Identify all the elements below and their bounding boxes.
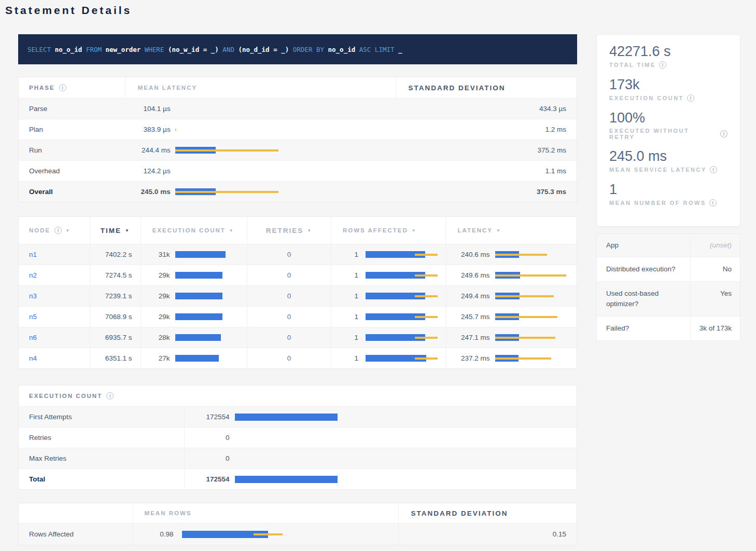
node-link[interactable]: n6: [29, 334, 37, 341]
rows-stddev-line: [415, 295, 438, 297]
latency-value: 240.6 ms: [446, 251, 490, 258]
table-row: Parse 104.1 µs 434.3 µs: [19, 98, 577, 119]
mean-service-latency-label: Mean Service Latency: [609, 167, 707, 173]
node-table-header: Node Time Execution Count Retries: [19, 217, 577, 244]
phase-latency-table: Phase Mean Latency Standard Deviation Pa…: [18, 77, 577, 202]
phase-column-header: Phase: [19, 77, 125, 98]
time-value: 7402.2 s: [90, 244, 141, 265]
execution-count-bar: [175, 293, 222, 299]
table-row: Retries 0: [19, 427, 577, 448]
table-row: Max Retries 0: [19, 448, 577, 469]
std-dev-value: 375.2 ms: [396, 140, 577, 160]
latency-value: 245.7 ms: [446, 313, 490, 321]
sort-arrow-icon[interactable]: [229, 228, 234, 233]
node-link[interactable]: n3: [29, 292, 37, 300]
std-dev-header-label: Standard Deviation: [409, 84, 506, 92]
rows-affected-table: Mean Rows Standard Deviation Rows Affect…: [18, 503, 577, 545]
info-icon[interactable]: [106, 392, 114, 400]
info-icon[interactable]: [720, 130, 727, 137]
info-icon[interactable]: [710, 166, 717, 173]
sql-token: (no_w_id = _): [164, 46, 222, 53]
execution-count-value: 31k: [141, 251, 170, 258]
sort-arrow-icon[interactable]: [307, 228, 312, 233]
sort-arrow-icon[interactable]: [65, 228, 71, 233]
app-value: (unset): [691, 234, 740, 257]
execution-count-bar: [175, 334, 221, 341]
page-title: Statement Details: [5, 4, 132, 17]
failed-label: Failed?: [597, 316, 691, 340]
info-icon[interactable]: [709, 199, 717, 206]
rows-affected-value: 1: [331, 251, 358, 258]
rows-affected-header-label: Rows Affected: [343, 227, 408, 233]
execution-count-column-header[interactable]: Execution Count: [141, 217, 247, 244]
sql-token: SELECT: [27, 46, 51, 53]
node-link[interactable]: n1: [29, 251, 37, 258]
retries-column-header[interactable]: Retries: [247, 217, 331, 244]
exec-row-label: Max Retries: [19, 448, 184, 469]
sql-token: no_o_id: [51, 46, 86, 53]
node-column-header[interactable]: Node: [19, 217, 90, 244]
table-row: Overall 245.0 ms 375.3 ms: [19, 181, 577, 202]
node-link[interactable]: n4: [29, 354, 37, 362]
time-value: 6351.1 s: [90, 348, 141, 368]
mean-rows-header-label: Mean Rows: [145, 510, 192, 516]
sql-token: AND: [222, 46, 234, 53]
retries-value: 0: [247, 348, 331, 368]
phase-label: Overall: [19, 182, 125, 202]
time-column-header[interactable]: Time: [90, 217, 141, 244]
summary-item: 100% Executed without Retry: [609, 109, 727, 140]
execution-count-bar: [175, 251, 226, 258]
sql-token: _: [394, 46, 402, 53]
table-row: Overhead 124.2 µs 1.1 ms: [19, 160, 577, 181]
rows-affected-column-header[interactable]: Rows Affected: [331, 217, 446, 244]
info-icon[interactable]: [659, 61, 666, 68]
rows-affected-value: 1: [331, 292, 358, 300]
execution-count-value: 27k: [141, 354, 170, 362]
mean-latency-value: 383.9 µs: [125, 126, 171, 133]
latency-column-header[interactable]: Latency: [445, 217, 577, 244]
phase-label: Parse: [19, 99, 125, 119]
latency-header-label: Latency: [457, 227, 492, 233]
cost-based-optimizer-label: Used cost-based optimizer?: [597, 282, 691, 316]
mean-rows-column-header: Mean Rows: [133, 503, 398, 523]
node-link[interactable]: n2: [29, 271, 37, 279]
exec-row-label: Total: [19, 469, 184, 489]
rows-stddev-line: [254, 533, 283, 535]
total-time-label: Total Time: [609, 62, 656, 68]
statement-details-page: Statement Details SELECT no_o_id FROM ne…: [0, 0, 756, 551]
time-value: 6935.7 s: [90, 327, 141, 348]
info-icon[interactable]: [59, 84, 66, 91]
empty-header-cell: [19, 503, 133, 523]
exec-row-label: First Attempts: [19, 407, 184, 427]
latency-stddev-line: [495, 295, 554, 297]
time-header-label: Time: [101, 227, 121, 235]
sql-token: new_order: [102, 46, 145, 53]
summary-item: 1 Mean Number of Rows: [609, 181, 727, 206]
info-icon[interactable]: [54, 227, 62, 234]
rows-affected-value: 1: [331, 271, 358, 279]
std-dev-column-header: Standard Deviation: [398, 503, 577, 523]
table-row: First Attempts 172554: [19, 406, 577, 427]
exec-row-value: 172554: [185, 413, 229, 421]
phase-label: Run: [19, 140, 125, 160]
stddev-line: [175, 191, 278, 193]
info-icon[interactable]: [687, 94, 694, 102]
sort-arrow-icon[interactable]: [496, 228, 501, 233]
table-row: Run 244.4 ms 375.2 ms: [19, 140, 577, 160]
execution-count-value: 173k: [609, 76, 727, 93]
phase-header-label: Phase: [29, 85, 55, 91]
latency-stddev-line: [495, 337, 555, 339]
mean-service-latency-value: 245.0 ms: [609, 148, 727, 164]
mean-latency-value: 244.4 ms: [125, 146, 171, 154]
std-dev-value: 1.1 ms: [396, 161, 577, 181]
latency-bar-chart: [175, 126, 388, 133]
stddev-line: [175, 129, 176, 131]
node-link[interactable]: n5: [29, 313, 37, 321]
rows-affected-table-header: Mean Rows Standard Deviation: [19, 503, 577, 523]
sort-arrow-icon[interactable]: [125, 228, 130, 233]
table-row: App (unset): [597, 234, 740, 257]
sql-token: FROM: [86, 46, 102, 53]
std-dev-column-header: Standard Deviation: [396, 77, 577, 98]
sort-arrow-icon[interactable]: [412, 228, 417, 233]
retries-value: 0: [247, 327, 331, 348]
